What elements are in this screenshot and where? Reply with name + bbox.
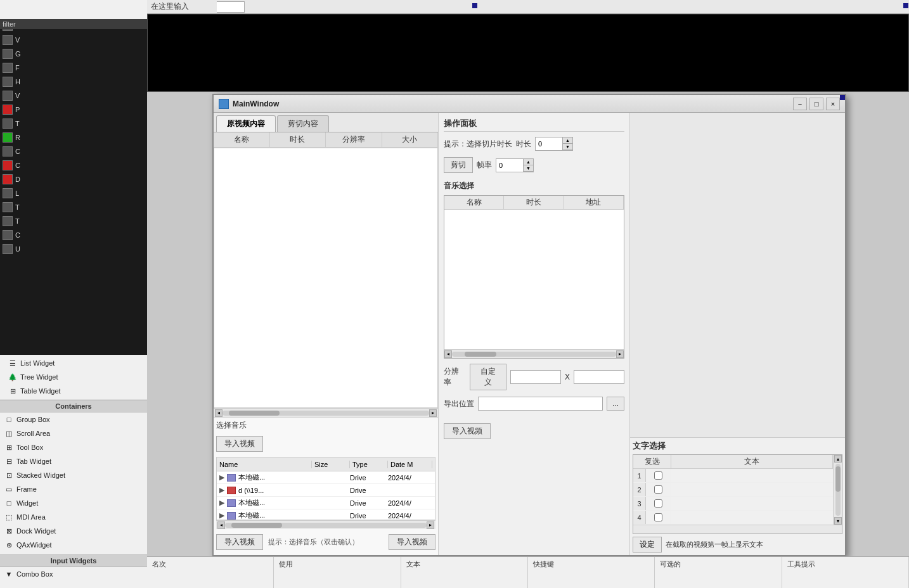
file-item-1[interactable]: ▶ d (\\19... Drive — [217, 484, 435, 497]
music-scroll-left[interactable]: ◂ — [217, 521, 225, 529]
sidebar-group-box[interactable]: □ Group Box — [0, 412, 147, 426]
duration-spinbox[interactable]: ▲ ▼ — [535, 137, 573, 151]
checkbox-4[interactable] — [654, 513, 662, 521]
import-video-bottom-btn[interactable]: 导入视频 — [216, 534, 263, 550]
sidebar-item-c[interactable]: C — [0, 144, 147, 158]
table-widget-item[interactable]: ⊞ Table Widget — [4, 384, 143, 398]
sidebar-item-p[interactable]: P — [0, 103, 147, 117]
op-import-btn[interactable]: 导入视频 — [444, 423, 491, 439]
sidebar-tab-widget[interactable]: ⊟ Tab Widget — [0, 454, 147, 468]
ts-row-4: 4 — [633, 511, 833, 525]
qt-restore-btn[interactable]: □ — [809, 98, 823, 110]
import-video-right-btn[interactable]: 导入视频 — [389, 534, 435, 550]
file-item-3[interactable]: ▶ 本地磁... Drive 2024/4/ — [217, 509, 435, 520]
sidebar-dock-widget[interactable]: ⊠ Dock Widget — [0, 524, 147, 538]
file-icon-2 — [227, 499, 236, 507]
file-item-2[interactable]: ▶ 本地磁... Drive 2024/4/ — [217, 497, 435, 509]
ts-text-1[interactable] — [671, 469, 833, 482]
browse-btn[interactable]: ... — [607, 397, 624, 411]
scroll-left-arrow[interactable]: ◂ — [215, 409, 222, 417]
ts-set-btn[interactable]: 设定 — [633, 537, 662, 553]
ms-scroll-track[interactable] — [452, 352, 616, 357]
ms-scroll-right[interactable]: ▸ — [616, 350, 624, 358]
tab-original[interactable]: 原视频内容 — [216, 115, 276, 132]
duration-spin-down[interactable]: ▼ — [562, 144, 572, 150]
music-scroll-thumb[interactable] — [231, 523, 282, 528]
sidebar-widget[interactable]: □ Widget — [0, 496, 147, 510]
custom-btn[interactable]: 自定义 — [470, 364, 506, 390]
qt-far-right-panel: 文字选择 复选 文本 — [629, 113, 845, 555]
sidebar-item-l[interactable]: L — [0, 186, 147, 200]
tree-widget-item[interactable]: 🌲 Tree Widget — [4, 370, 143, 384]
ts-text-4[interactable] — [671, 511, 833, 524]
checkbox-2[interactable] — [654, 485, 662, 494]
qt-close-btn[interactable]: × — [826, 98, 840, 110]
ms-scroll-thumb[interactable] — [465, 352, 496, 357]
frame-spinbox[interactable]: ▲ ▼ — [496, 158, 534, 172]
containers-list: □ Group Box ◫ Scroll Area ⊞ Tool Box ⊟ T… — [0, 412, 147, 552]
frame-label: 帧率 — [477, 160, 492, 170]
output-path-input[interactable] — [478, 397, 603, 411]
ts-scroll-down[interactable]: ▾ — [834, 517, 842, 525]
resolution-h-input[interactable] — [574, 370, 624, 384]
sidebar-qax-widget[interactable]: ⊛ QAxWidget — [0, 538, 147, 552]
tab-cut[interactable]: 剪切内容 — [277, 115, 329, 132]
ts-scroll-track[interactable] — [835, 464, 841, 516]
sidebar-item-t2[interactable]: T — [0, 200, 147, 214]
sidebar-item-t3[interactable]: T — [0, 214, 147, 228]
ts-scroll-thumb[interactable] — [835, 466, 841, 492]
frame-input[interactable] — [496, 159, 523, 172]
frame-spin-down[interactable]: ▼ — [523, 165, 533, 172]
import-video-top-btn[interactable]: 导入视频 — [216, 436, 263, 452]
ts-scroll-up[interactable]: ▴ — [834, 455, 842, 463]
operation-panel-title: 操作面板 — [444, 118, 624, 132]
ts-text-3[interactable] — [671, 497, 833, 510]
qt-minimize-btn[interactable]: − — [793, 98, 807, 110]
duration-spin-up[interactable]: ▲ — [562, 137, 572, 144]
sidebar-combo-box[interactable]: ▼ Combo Box — [0, 567, 147, 581]
qt-content: 原视频内容 剪切内容 名称 时长 分辨率 — [214, 113, 845, 555]
duration-input[interactable] — [536, 137, 562, 150]
ts-vscroll[interactable]: ▴ ▾ — [833, 455, 842, 525]
scroll-thumb[interactable] — [229, 411, 280, 416]
scroll-right-arrow[interactable]: ▸ — [429, 409, 437, 417]
ts-checkbox-1[interactable] — [646, 469, 671, 482]
music-select-table: 名称 时长 地址 ◂ ▸ — [444, 195, 624, 359]
sidebar-item-c3[interactable]: C — [0, 228, 147, 242]
sidebar-item-t[interactable]: T — [0, 117, 147, 131]
bottom-col-use: 使用 — [274, 557, 401, 588]
ms-scroll-left[interactable]: ◂ — [444, 350, 452, 358]
sidebar-item-d[interactable]: D — [0, 172, 147, 186]
list-widget-item[interactable]: ☰ List Widget — [4, 356, 143, 370]
sidebar-tool-box[interactable]: ⊞ Tool Box — [0, 440, 147, 454]
ts-checkbox-3[interactable] — [646, 497, 671, 510]
scroll-track[interactable] — [222, 411, 429, 416]
sidebar-item-r[interactable]: R — [0, 131, 147, 144]
video-table-hscroll[interactable]: ◂ ▸ — [214, 408, 438, 417]
sidebar-mdi-area[interactable]: ⬚ MDI Area — [0, 510, 147, 524]
ts-checkbox-4[interactable] — [646, 511, 671, 524]
qt-window-buttons: − □ × — [793, 98, 840, 110]
sidebar-frame[interactable]: ▭ Frame — [0, 482, 147, 496]
music-select-hscroll[interactable]: ◂ ▸ — [444, 349, 624, 358]
frame-spin-up[interactable]: ▲ — [523, 159, 533, 165]
sidebar-item-u[interactable]: U — [0, 242, 147, 256]
file-item-0[interactable]: ▶ 本地磁... Drive 2024/4/ — [217, 471, 435, 484]
cut-btn[interactable]: 剪切 — [444, 157, 473, 173]
ts-checkbox-2[interactable] — [646, 483, 671, 496]
sidebar-scroll-area[interactable]: ◫ Scroll Area — [0, 426, 147, 440]
ts-text-2[interactable] — [671, 483, 833, 496]
checkbox-1[interactable] — [654, 471, 662, 480]
music-scroll-right[interactable]: ▸ — [427, 521, 434, 529]
ts-bottom-row: 设定 在截取的视频第一帧上显示文本 — [633, 537, 842, 553]
g-icon — [3, 49, 13, 59]
sidebar-item-c2[interactable]: C — [0, 158, 147, 172]
duration-label: 时长 — [516, 139, 531, 150]
resolution-w-input[interactable] — [510, 370, 561, 384]
sidebar-stacked-widget[interactable]: ⊡ Stacked Widget — [0, 468, 147, 482]
music-scroll-track[interactable] — [225, 523, 427, 528]
bottom-col-text: 文本 — [401, 557, 528, 588]
checkbox-3[interactable] — [654, 499, 662, 508]
ts-hscroll[interactable] — [633, 525, 842, 534]
music-file-hscroll[interactable]: ◂ ▸ — [216, 520, 435, 529]
